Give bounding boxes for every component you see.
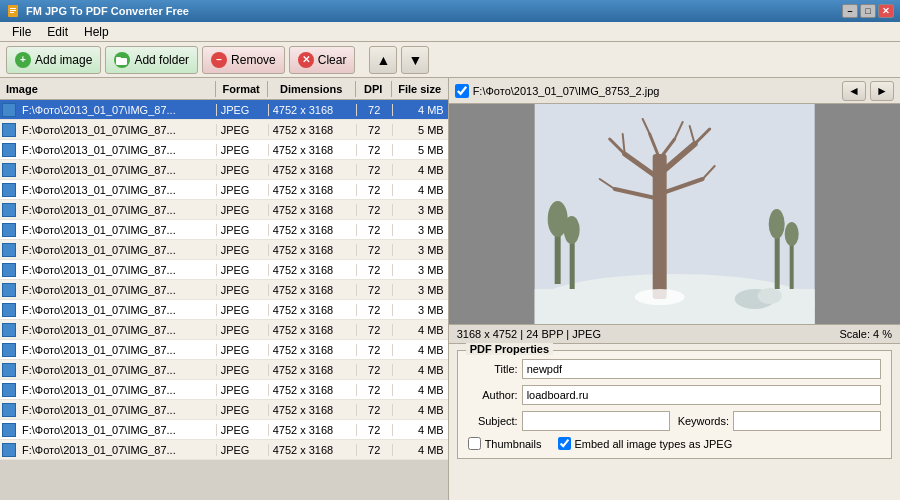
title-input[interactable]	[522, 359, 881, 379]
row-dimensions: 4752 x 3168	[268, 124, 356, 136]
row-image-path: F:\Фото\2013_01_07\IMG_87...	[18, 124, 216, 136]
table-row[interactable]: F:\Фото\2013_01_07\IMG_87... JPEG 4752 x…	[0, 240, 448, 260]
table-row[interactable]: F:\Фото\2013_01_07\IMG_87... JPEG 4752 x…	[0, 360, 448, 380]
row-format: JPEG	[216, 284, 268, 296]
table-row[interactable]: F:\Фото\2013_01_07\IMG_87... JPEG 4752 x…	[0, 380, 448, 400]
menu-help[interactable]: Help	[76, 23, 117, 41]
minimize-button[interactable]: –	[842, 4, 858, 18]
row-image-path: F:\Фото\2013_01_07\IMG_87...	[18, 404, 216, 416]
row-filesize: 4 MB	[392, 424, 448, 436]
row-dpi: 72	[356, 284, 392, 296]
main-content: Image Format Dimensions DPI File size F:…	[0, 78, 900, 500]
table-row[interactable]: F:\Фото\2013_01_07\IMG_87... JPEG 4752 x…	[0, 400, 448, 420]
table-row[interactable]: F:\Фото\2013_01_07\IMG_87... JPEG 4752 x…	[0, 260, 448, 280]
menu-file[interactable]: File	[4, 23, 39, 41]
row-filesize: 3 MB	[392, 244, 448, 256]
row-dpi: 72	[356, 304, 392, 316]
row-filesize: 4 MB	[392, 324, 448, 336]
author-input[interactable]	[522, 385, 881, 405]
move-down-button[interactable]: ▼	[401, 46, 429, 74]
row-format: JPEG	[216, 164, 268, 176]
row-dimensions: 4752 x 3168	[268, 424, 356, 436]
subject-input[interactable]	[522, 411, 670, 431]
row-dimensions: 4752 x 3168	[268, 264, 356, 276]
move-up-button[interactable]: ▲	[369, 46, 397, 74]
remove-button[interactable]: − Remove	[202, 46, 285, 74]
preview-filename: F:\Фото\2013_01_07\IMG_8753_2.jpg	[473, 85, 838, 97]
table-row[interactable]: F:\Фото\2013_01_07\IMG_87... JPEG 4752 x…	[0, 220, 448, 240]
preview-header: F:\Фото\2013_01_07\IMG_8753_2.jpg ◄ ►	[449, 78, 900, 104]
row-filesize: 4 MB	[392, 344, 448, 356]
table-row[interactable]: F:\Фото\2013_01_07\IMG_87... JPEG 4752 x…	[0, 440, 448, 460]
add-image-button[interactable]: + Add image	[6, 46, 101, 74]
maximize-button[interactable]: □	[860, 4, 876, 18]
row-format: JPEG	[216, 144, 268, 156]
table-row[interactable]: F:\Фото\2013_01_07\IMG_87... JPEG 4752 x…	[0, 100, 448, 120]
row-image-path: F:\Фото\2013_01_07\IMG_87...	[18, 204, 216, 216]
window-controls: – □ ✕	[842, 4, 894, 18]
embed-checkbox[interactable]	[558, 437, 571, 450]
svg-point-12	[563, 216, 579, 244]
table-row[interactable]: F:\Фото\2013_01_07\IMG_87... JPEG 4752 x…	[0, 300, 448, 320]
table-row[interactable]: F:\Фото\2013_01_07\IMG_87... JPEG 4752 x…	[0, 280, 448, 300]
thumbnails-checkbox[interactable]	[468, 437, 481, 450]
row-dpi: 72	[356, 444, 392, 456]
add-image-label: Add image	[35, 53, 92, 67]
row-format: JPEG	[216, 184, 268, 196]
row-dpi: 72	[356, 164, 392, 176]
keywords-half: Keywords:	[678, 411, 881, 431]
pdf-properties-group: PDF Properties Title: Author: Subject: K…	[457, 350, 892, 459]
row-dimensions: 4752 x 3168	[268, 224, 356, 236]
col-header-image: Image	[0, 81, 216, 97]
svg-point-34	[757, 288, 781, 304]
row-image-path: F:\Фото\2013_01_07\IMG_87...	[18, 384, 216, 396]
row-dimensions: 4752 x 3168	[268, 204, 356, 216]
table-row[interactable]: F:\Фото\2013_01_07\IMG_87... JPEG 4752 x…	[0, 320, 448, 340]
row-dpi: 72	[356, 264, 392, 276]
pdf-properties-label: PDF Properties	[466, 343, 553, 355]
menu-bar: File Edit Help	[0, 22, 900, 42]
keywords-input[interactable]	[733, 411, 881, 431]
row-icon	[2, 163, 16, 177]
table-row[interactable]: F:\Фото\2013_01_07\IMG_87... JPEG 4752 x…	[0, 160, 448, 180]
menu-edit[interactable]: Edit	[39, 23, 76, 41]
row-format: JPEG	[216, 384, 268, 396]
embed-label: Embed all image types as JPEG	[575, 438, 733, 450]
file-list-body[interactable]: F:\Фото\2013_01_07\IMG_87... JPEG 4752 x…	[0, 100, 448, 500]
table-row[interactable]: F:\Фото\2013_01_07\IMG_87... JPEG 4752 x…	[0, 140, 448, 160]
row-image-path: F:\Фото\2013_01_07\IMG_87...	[18, 304, 216, 316]
row-format: JPEG	[216, 424, 268, 436]
remove-icon: −	[211, 52, 227, 68]
row-icon	[2, 403, 16, 417]
row-icon	[2, 283, 16, 297]
row-filesize: 4 MB	[392, 444, 448, 456]
file-list-panel: Image Format Dimensions DPI File size F:…	[0, 78, 449, 500]
row-dimensions: 4752 x 3168	[268, 144, 356, 156]
preview-prev-button[interactable]: ◄	[842, 81, 866, 101]
close-button[interactable]: ✕	[878, 4, 894, 18]
table-row[interactable]: F:\Фото\2013_01_07\IMG_87... JPEG 4752 x…	[0, 180, 448, 200]
preview-info: 3168 x 4752 | 24 BPP | JPEG Scale: 4 %	[449, 324, 900, 344]
add-folder-button[interactable]: Add folder	[105, 46, 198, 74]
row-dimensions: 4752 x 3168	[268, 344, 356, 356]
table-row[interactable]: F:\Фото\2013_01_07\IMG_87... JPEG 4752 x…	[0, 200, 448, 220]
svg-rect-15	[789, 239, 793, 289]
row-filesize: 3 MB	[392, 224, 448, 236]
subject-label: Subject:	[468, 415, 518, 427]
table-row[interactable]: F:\Фото\2013_01_07\IMG_87... JPEG 4752 x…	[0, 340, 448, 360]
row-filesize: 4 MB	[392, 184, 448, 196]
thumbnails-check-item: Thumbnails	[468, 437, 542, 450]
pdf-properties: PDF Properties Title: Author: Subject: K…	[449, 344, 900, 465]
embed-check-item: Embed all image types as JPEG	[558, 437, 733, 450]
row-format: JPEG	[216, 244, 268, 256]
clear-button[interactable]: ✕ Clear	[289, 46, 356, 74]
preview-checkbox[interactable]	[455, 84, 469, 98]
row-image-path: F:\Фото\2013_01_07\IMG_87...	[18, 344, 216, 356]
row-filesize: 4 MB	[392, 164, 448, 176]
preview-next-button[interactable]: ►	[870, 81, 894, 101]
subject-half: Subject:	[468, 411, 670, 431]
table-row[interactable]: F:\Фото\2013_01_07\IMG_87... JPEG 4752 x…	[0, 120, 448, 140]
row-format: JPEG	[216, 304, 268, 316]
table-row[interactable]: F:\Фото\2013_01_07\IMG_87... JPEG 4752 x…	[0, 420, 448, 440]
row-dpi: 72	[356, 124, 392, 136]
